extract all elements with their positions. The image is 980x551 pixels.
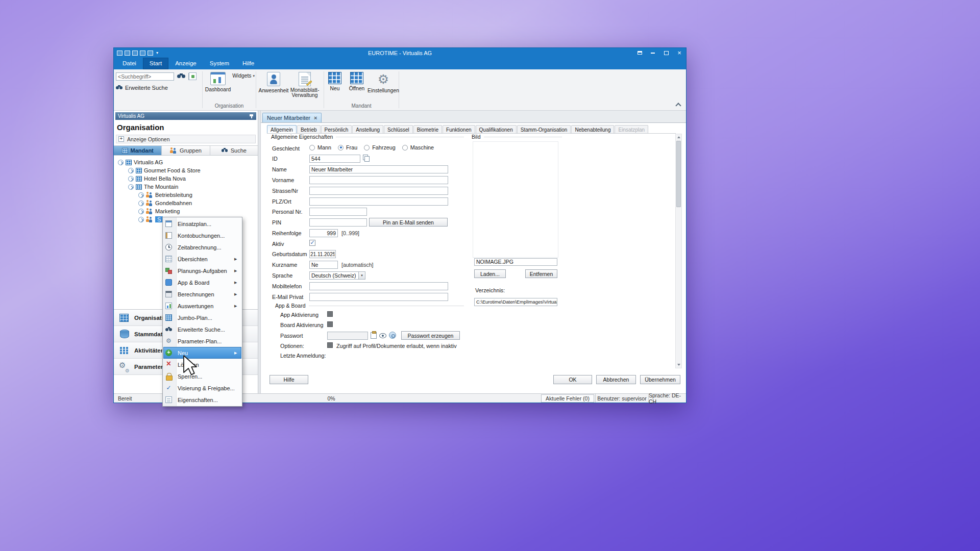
status-aktuelle-fehler[interactable]: Aktuelle Fehler (0) [541, 394, 594, 403]
tree-item-gondelbahnen[interactable]: Gondelbahnen [114, 199, 258, 207]
close-button[interactable]: × [673, 48, 686, 58]
search-binoculars-icon[interactable] [177, 73, 186, 79]
erweiterte-suche-button[interactable]: Erweiterte Suche [116, 85, 168, 91]
anwesenheit-button[interactable]: Anwesenheit [259, 72, 288, 93]
pin-icon[interactable] [249, 114, 254, 119]
personal-nr-input[interactable] [309, 208, 367, 216]
radio-fahrzeug[interactable] [364, 145, 370, 151]
copy-icon[interactable] [132, 51, 138, 56]
menu-item-loeschen[interactable]: Löschen [163, 359, 241, 370]
tab-hilfe[interactable]: Hilfe [236, 58, 261, 69]
passwort-input[interactable] [327, 332, 368, 340]
passwort-erzeugen-button[interactable]: Passwort erzeugen [401, 331, 460, 340]
document-tab-neuer-mitarbeiter[interactable]: Neuer Mitarbeiter × [262, 113, 322, 122]
email-privat-input[interactable] [309, 293, 448, 301]
pin-input[interactable] [309, 218, 367, 227]
tab-mandant[interactable]: Mandant [114, 146, 162, 155]
board-aktivierung-checkbox[interactable] [327, 321, 333, 327]
menu-item-visierung-freigabe[interactable]: Visierung & Freigabe... [163, 382, 241, 394]
monatsblatt-button[interactable]: Monatsblatt- Verwaltung [288, 72, 322, 98]
status-sprache[interactable]: Sprache: DE-CH [648, 394, 686, 403]
menu-item-neu[interactable]: Neu ▶ [163, 347, 241, 359]
name-input[interactable] [309, 165, 448, 173]
tree-item-marketing[interactable]: Marketing [114, 207, 258, 215]
ribbon-display-options-button[interactable] [633, 48, 646, 58]
scroll-up-icon[interactable] [676, 134, 681, 140]
expand-icon[interactable] [128, 168, 134, 173]
tab-schluessel[interactable]: Schlüssel [384, 125, 413, 133]
app-aktivierung-checkbox[interactable] [327, 311, 333, 317]
copy-id-icon[interactable] [363, 155, 369, 161]
scroll-down-icon[interactable] [676, 362, 681, 368]
tab-suche[interactable]: Suche [210, 146, 258, 155]
collapse-icon[interactable] [118, 160, 124, 165]
dashboard-button[interactable]: Dashboard [204, 72, 232, 92]
tab-persoenlich[interactable]: Persönlich [321, 125, 352, 133]
close-icon[interactable]: × [314, 115, 317, 121]
chevron-down-icon[interactable]: ▾ [358, 272, 365, 279]
mobiltelefon-input[interactable] [309, 282, 448, 290]
expand-icon[interactable] [138, 201, 144, 206]
expand-icon[interactable] [128, 176, 134, 182]
id-input[interactable] [309, 155, 360, 163]
abbrechen-button[interactable]: Abbrechen [596, 375, 636, 384]
menu-item-berechnungen[interactable]: Berechnungen ▶ [163, 288, 241, 300]
tree-item-betriebsleitung[interactable]: Betriebsleitung [114, 191, 258, 199]
sprache-dropdown[interactable]: Deutsch (Schweiz) ▾ [309, 271, 365, 280]
tab-qualifikationen[interactable]: Qualifikationen [476, 125, 517, 133]
menu-item-jumbo-plan[interactable]: Jumbo-Plan... [163, 312, 241, 323]
radio-mann[interactable] [309, 145, 315, 151]
oeffnen-button[interactable]: Öffnen [346, 72, 368, 91]
tab-anzeige[interactable]: Anzeige [168, 58, 203, 69]
restore-button[interactable] [659, 48, 673, 58]
key-icon[interactable] [389, 332, 396, 339]
search-combobox[interactable]: ▾ [116, 72, 174, 81]
optionen-checkbox[interactable] [327, 342, 333, 348]
tab-allgemein[interactable]: Allgemein [267, 125, 297, 133]
tab-nebenabteilung[interactable]: Nebenabteilung [571, 125, 614, 133]
menu-item-erweiterte-suche[interactable]: Erweiterte Suche... [163, 323, 241, 335]
radio-frau[interactable] [338, 145, 344, 151]
minimize-button[interactable] [646, 48, 659, 58]
neu-button[interactable]: Neu [325, 72, 345, 91]
tab-start[interactable]: Start [143, 58, 168, 69]
menu-item-auswertungen[interactable]: Auswertungen ▶ [163, 300, 241, 312]
app-menu-icon[interactable] [117, 51, 122, 56]
aktiv-checkbox[interactable] [309, 240, 315, 246]
uebernehmen-button[interactable]: Übernehmen [640, 375, 680, 384]
strasse-input[interactable] [309, 187, 448, 195]
ok-button[interactable]: OK [553, 375, 592, 384]
tab-anstellung[interactable]: Anstellung [352, 125, 383, 133]
laden-button[interactable]: Laden... [474, 269, 506, 278]
pin-email-button[interactable]: Pin an E-Mail senden [369, 218, 448, 227]
menu-item-parameter-plan[interactable]: Parameter-Plan... [163, 335, 241, 347]
tree-item-hotel-bella-nova[interactable]: Hotel Bella Nova [114, 174, 258, 183]
menu-item-uebersichten[interactable]: Übersichten ▶ [163, 253, 241, 265]
plz-input[interactable] [309, 197, 448, 206]
tab-funktionen[interactable]: Funktionen [443, 125, 475, 133]
tab-biometrie[interactable]: Biometrie [413, 125, 442, 133]
tree-item-virtualis-ag[interactable]: Virtualis AG [114, 158, 258, 166]
kurzname-input[interactable] [309, 261, 338, 269]
menu-item-eigenschaften[interactable]: Eigenschaften... [163, 394, 241, 406]
vorname-input[interactable] [309, 176, 448, 184]
tab-gruppen[interactable]: Gruppen [162, 146, 210, 155]
menu-item-zeitabrechnung[interactable]: Zeitabrechnung... [163, 241, 241, 253]
geburtsdatum-input[interactable] [309, 250, 336, 258]
menu-item-einsatzplan[interactable]: Einsatzplan... [163, 218, 241, 230]
tab-stamm-organisation[interactable]: Stamm-Organisation [517, 125, 571, 133]
expand-icon[interactable] [128, 184, 134, 190]
hilfe-button[interactable]: Hilfe [270, 375, 308, 384]
einstellungen-button[interactable]: Einstellungen [368, 72, 399, 93]
reihenfolge-input[interactable] [309, 229, 338, 237]
tab-datei[interactable]: Datei [116, 58, 143, 69]
tree-item-gourmet-food-store[interactable]: Gourmet Food & Store [114, 166, 258, 174]
radio-maschine[interactable] [402, 145, 408, 151]
ribbon-collapse-button[interactable] [675, 102, 682, 108]
scrollbar-thumb[interactable] [676, 141, 681, 207]
widgets-dropdown[interactable]: Widgets ▾ [232, 73, 255, 79]
entfernen-button[interactable]: Entfernen [525, 269, 557, 278]
expand-icon[interactable] [138, 192, 144, 198]
menu-item-kontobuchungen[interactable]: Kontobuchungen... [163, 230, 241, 241]
menu-item-planungs-aufgaben[interactable]: Planungs-Aufgaben ▶ [163, 265, 241, 277]
